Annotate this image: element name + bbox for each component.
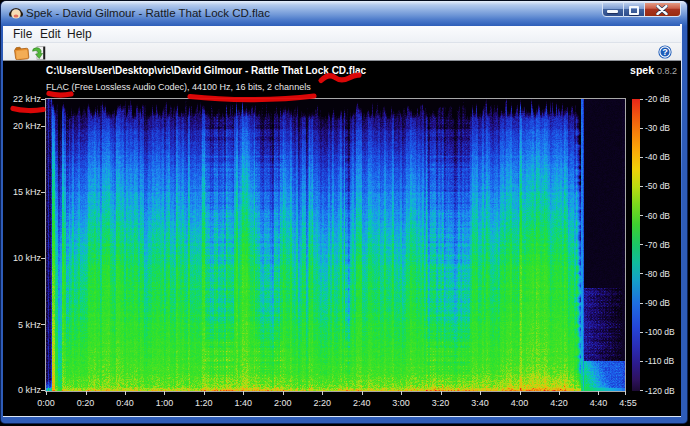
svg-text:?: ?	[662, 47, 668, 57]
